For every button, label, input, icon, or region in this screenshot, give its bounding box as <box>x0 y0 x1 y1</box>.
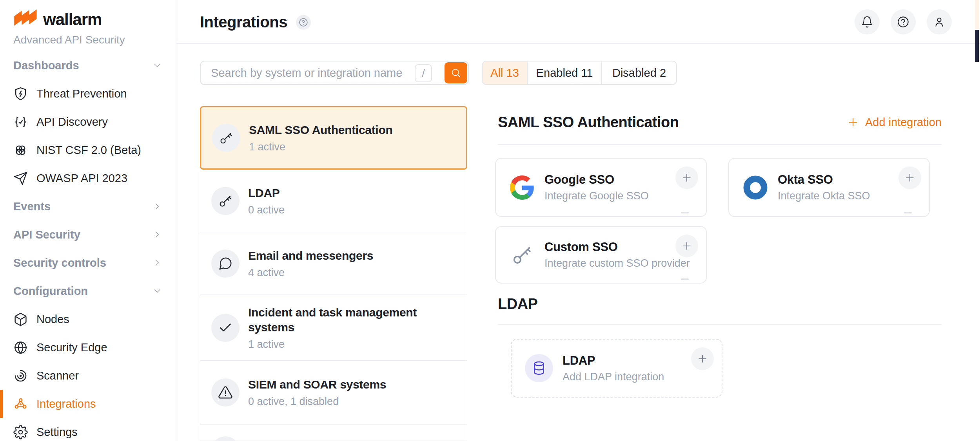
tab-disabled[interactable]: Disabled 2 <box>602 61 676 84</box>
paper-plane-icon <box>13 171 28 186</box>
card-subtitle: Integrate Okta SSO <box>778 190 870 202</box>
list-item-email-messengers[interactable]: Email and messengers 4 active <box>200 232 467 295</box>
shortcut-badge: / <box>415 64 432 82</box>
category-title: LDAP <box>248 186 285 201</box>
sidebar-item-nist-csf[interactable]: NIST CSF 2.0 (Beta) <box>0 136 176 164</box>
category-title: Email and messengers <box>248 248 373 263</box>
search-input[interactable] <box>211 62 423 83</box>
sidebar-item-settings[interactable]: Settings <box>0 418 176 441</box>
list-item-ldap[interactable]: LDAP 0 active <box>200 170 467 232</box>
list-item-siem-soar[interactable]: SIEM and SOAR systems 0 active, 1 disabl… <box>200 361 467 424</box>
section-divider <box>498 144 942 145</box>
integration-category-list: SAML SSO Authentication 1 active LDAP 0 … <box>200 106 467 441</box>
google-logo <box>509 175 535 201</box>
category-status: 0 active <box>248 204 285 216</box>
search-button[interactable] <box>445 62 467 83</box>
category-title: Incident and task management systems <box>248 305 456 335</box>
sidebar-item-security-edge[interactable]: Security Edge <box>0 333 176 361</box>
box-icon <box>13 312 28 327</box>
sidebar-section-configuration[interactable]: Configuration <box>0 277 176 305</box>
section-divider <box>498 324 942 325</box>
notifications-button[interactable] <box>855 9 880 34</box>
list-item-incident-task[interactable]: Incident and task management systems 1 a… <box>200 295 467 361</box>
card-okta-sso[interactable]: Okta SSO Integrate Okta SSO <box>728 158 930 217</box>
add-custom-sso-button[interactable] <box>675 235 698 257</box>
page-header: Integrations <box>176 0 980 44</box>
globe-icon <box>13 340 28 355</box>
sidebar-item-nodes[interactable]: Nodes <box>0 305 176 333</box>
add-google-sso-button[interactable] <box>675 166 698 189</box>
search-icon <box>450 67 461 78</box>
sidebar-item-owasp-api[interactable]: OWASP API 2023 <box>0 164 176 192</box>
sidebar-section-events[interactable]: Events <box>0 192 176 220</box>
profile-button[interactable] <box>927 9 952 34</box>
brand-subtitle: Advanced API Security <box>13 34 125 46</box>
sidebar-item-integrations[interactable]: Integrations <box>0 390 176 418</box>
gear-icon <box>13 425 28 439</box>
sidebar-item-scanner[interactable]: Scanner <box>0 361 176 390</box>
card-title: LDAP <box>563 354 664 368</box>
tab-all[interactable]: All 13 <box>483 61 528 84</box>
ldap-section-title: LDAP <box>498 296 537 313</box>
saml-section-title: SAML SSO Authentication <box>498 114 679 131</box>
list-item-partial[interactable] <box>200 424 467 441</box>
database-icon <box>525 354 553 382</box>
sidebar-section-dashboards[interactable]: Dashboards <box>0 51 176 80</box>
card-custom-sso[interactable]: Custom SSO Integrate custom SSO provider <box>495 226 707 284</box>
card-ldap[interactable]: LDAP Add LDAP integration <box>511 339 722 398</box>
check-icon <box>218 320 233 335</box>
help-button[interactable] <box>891 9 916 34</box>
chevron-right-icon <box>152 201 162 211</box>
key-icon <box>509 242 535 268</box>
scanner-icon <box>13 369 28 383</box>
filter-tabs: All 13 Enabled 11 Disabled 2 <box>482 61 677 85</box>
minus-hint <box>681 278 689 280</box>
wallarm-logo-icon <box>13 9 38 30</box>
brand-logo: wallarm <box>13 9 102 30</box>
sidebar-item-api-discovery[interactable]: API Discovery <box>0 108 176 136</box>
card-subtitle: Integrate Google SSO <box>544 190 649 202</box>
list-item-saml-sso[interactable]: SAML SSO Authentication 1 active <box>200 106 467 170</box>
sidebar-item-threat-prevention[interactable]: Threat Prevention <box>0 80 176 108</box>
page-title: Integrations <box>200 13 287 31</box>
minus-hint <box>904 212 912 213</box>
sidebar-section-api-security[interactable]: API Security <box>0 220 176 249</box>
card-title: Google SSO <box>544 173 649 187</box>
key-icon <box>218 193 233 208</box>
network-icon <box>13 397 28 411</box>
user-icon <box>933 16 946 28</box>
shield-bolt-icon <box>13 87 28 101</box>
scrollbar-thumb[interactable] <box>975 30 979 62</box>
category-status: 0 active, 1 disabled <box>248 396 386 408</box>
category-status: 1 active <box>248 338 456 351</box>
add-okta-sso-button[interactable] <box>898 166 921 189</box>
category-status: 1 active <box>249 141 392 153</box>
add-ldap-button[interactable] <box>691 347 714 370</box>
chevron-right-icon <box>152 258 162 268</box>
category-title: SAML SSO Authentication <box>249 123 392 137</box>
title-help-icon[interactable] <box>296 15 311 30</box>
card-google-sso[interactable]: Google SSO Integrate Google SSO <box>495 158 707 217</box>
card-title: Custom SSO <box>544 240 674 254</box>
key-icon <box>219 130 234 145</box>
plus-icon <box>847 116 859 128</box>
plus-icon <box>697 353 708 365</box>
scrollbar-track <box>975 0 979 30</box>
plus-icon <box>681 172 693 184</box>
braces-check-icon <box>13 115 28 129</box>
card-subtitle: Add LDAP integration <box>563 371 664 383</box>
plus-icon <box>681 240 693 252</box>
saml-section-header: SAML SSO Authentication Add integration <box>498 113 942 132</box>
chat-bubble-icon <box>218 256 233 271</box>
knot-icon <box>13 143 28 157</box>
chevron-down-icon <box>152 286 162 296</box>
add-integration-link[interactable]: Add integration <box>847 116 942 129</box>
chevron-down-icon <box>152 60 162 70</box>
active-indicator <box>0 390 3 418</box>
chevron-right-icon <box>152 230 162 240</box>
question-circle-icon <box>897 16 909 28</box>
sidebar-section-security-controls[interactable]: Security controls <box>0 249 176 277</box>
tab-enabled[interactable]: Enabled 11 <box>528 61 602 84</box>
search-box: / <box>200 61 469 85</box>
category-status: 4 active <box>248 267 373 279</box>
